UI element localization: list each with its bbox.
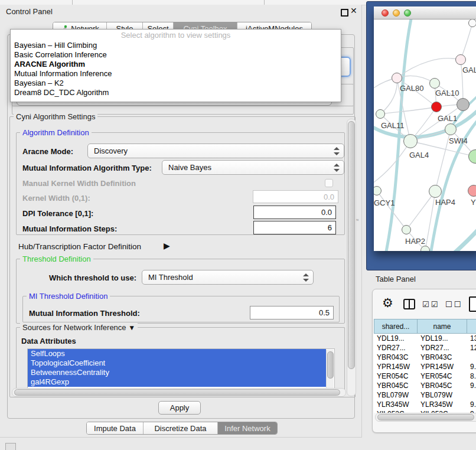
network-node-swi4[interactable] [445, 123, 457, 135]
algorithm-option[interactable]: Basic Correlation Inference [11, 50, 341, 60]
network-edge[interactable] [380, 78, 397, 114]
top-strip-divider [72, 0, 73, 5]
column-header[interactable]: shared... [374, 319, 418, 334]
data-attribute-item[interactable]: TopologicalCoefficient [28, 358, 326, 368]
network-node-hap4[interactable] [429, 185, 442, 198]
settings-gear-icon[interactable]: ⚙ [382, 296, 393, 310]
network-node[interactable] [420, 246, 430, 251]
control-panel-title: Control Panel [6, 7, 53, 16]
select-all-icon[interactable]: ☑☑ [422, 300, 439, 309]
node-label: GAL10 [435, 89, 459, 97]
mi-type-combo[interactable]: Naive Bayes [162, 160, 344, 175]
close-traffic-light[interactable] [382, 9, 389, 17]
network-edge[interactable] [397, 58, 461, 78]
data-attribute-item[interactable]: gal4RGexp [28, 377, 326, 387]
manual-kernel-checkbox[interactable] [325, 179, 333, 187]
mi-type-value: Naive Bayes [168, 163, 211, 172]
network-node-hap2[interactable] [402, 225, 411, 234]
algorithm-option[interactable]: Dream8 DC_TDC Algorithm [11, 88, 341, 97]
algorithm-option[interactable]: Bayesian – Hill Climbing [11, 41, 341, 50]
network-node-gal11[interactable] [376, 109, 385, 119]
mi-type-label: Mutual Information Algorithm Type: [22, 164, 152, 172]
collapse-arrow-icon[interactable]: ▼ [128, 324, 135, 332]
float-window-icon[interactable] [341, 9, 348, 17]
table-cell: YLR345W [374, 400, 418, 409]
tab-discretize-data[interactable]: Discretize Data [144, 422, 218, 434]
apply-button[interactable]: Apply [158, 401, 201, 415]
network-node[interactable] [457, 98, 470, 111]
table-cell: YLR345W [418, 400, 467, 409]
tab-infer-network[interactable]: Infer Network [218, 422, 277, 434]
table-row[interactable]: YBL079WYBL079W [374, 390, 476, 400]
network-edge[interactable] [374, 141, 410, 185]
data-attribute-item[interactable]: SelfLoops [28, 349, 326, 358]
network-node-gal[interactable] [455, 54, 466, 65]
settings-hscroll-thumb[interactable] [14, 389, 340, 396]
deselect-all-icon[interactable]: ☐☐ [445, 300, 462, 309]
mi-steps-field[interactable]: 6 [253, 221, 336, 234]
mi-threshold-field[interactable]: 0.5 [250, 306, 334, 319]
network-edge[interactable] [435, 227, 476, 251]
node-label: Y [471, 198, 476, 207]
zoom-traffic-light[interactable] [404, 9, 411, 17]
algorithm-option[interactable]: Bayesian – K2 [11, 79, 341, 88]
table-horizontal-scrollbar[interactable] [375, 413, 476, 422]
table-row[interactable]: YBR045CYBR045C9. [374, 381, 476, 390]
table-body: YDL19...YDL19...13YDR27...YDR27...12YBR0… [374, 334, 476, 413]
network-node-gal4[interactable] [403, 134, 418, 148]
network-node-gal1[interactable] [431, 102, 442, 112]
network-edge[interactable] [380, 107, 436, 114]
kernel-width-field[interactable]: 0.0 [253, 190, 338, 203]
minimize-traffic-light[interactable] [393, 9, 400, 17]
aracne-mode-combo[interactable]: Discovery [87, 144, 344, 158]
export-table-icon[interactable] [469, 296, 476, 312]
table-row[interactable]: YPR145WYPR145W9. [374, 362, 476, 371]
panel-grip-icon[interactable] [5, 443, 16, 450]
sources-group: Sources for Network Inference ▼ Data Att… [16, 327, 345, 395]
table-cell: YDR27... [418, 343, 467, 353]
data-attributes-list[interactable]: SelfLoopsTopologicalCoefficientBetweenne… [27, 348, 335, 390]
algorithm-option[interactable]: Mutual Information Inference [11, 69, 341, 79]
algorithm-option[interactable]: ARACNE Algorithm [11, 60, 341, 69]
network-node-gal10[interactable] [429, 78, 440, 89]
settings-vertical-scrollbar[interactable] [347, 119, 356, 396]
splitter-handle-icon[interactable]: ≈ [356, 217, 358, 223]
settings-horizontal-scrollbar[interactable] [12, 388, 346, 397]
network-canvas[interactable]: GALGAL80GAL10GAL1GAL11SWI4GAL4GCY1HAP4YH… [374, 19, 476, 251]
tab-impute-data[interactable]: Impute Data [87, 422, 144, 434]
expand-arrow-icon[interactable]: ▶ [164, 241, 170, 250]
close-icon[interactable]: ✕ [350, 6, 357, 15]
combo-arrows-icon [334, 164, 340, 172]
network-node-y[interactable] [468, 185, 476, 197]
list-scrollbar[interactable] [326, 350, 334, 389]
table-row[interactable]: YDR27...YDR27...12 [374, 343, 476, 353]
table-row[interactable]: YLR345WYLR345W9. [374, 400, 476, 409]
table-cell: 8. [467, 371, 476, 381]
network-edge[interactable] [406, 191, 435, 230]
column-header[interactable]: name [418, 319, 467, 334]
table-row[interactable]: YBR043CYBR043C [374, 353, 476, 362]
table-cell: 13 [467, 334, 476, 343]
column-header[interactable] [467, 319, 476, 334]
table-cell: YER054C [418, 371, 467, 381]
table-cell: 9. [467, 381, 476, 390]
column-manager-icon[interactable] [403, 299, 415, 309]
network-window: GALGAL80GAL10GAL1GAL11SWI4GAL4GCY1HAP4YH… [374, 6, 476, 251]
table-row[interactable]: YER054CYER054C8. [374, 371, 476, 381]
table-row[interactable]: YDL19...YDL19...13 [374, 334, 476, 343]
list-scrollbar-thumb[interactable] [327, 351, 334, 379]
table-cell: YBL079W [374, 390, 418, 400]
network-window-titlebar[interactable] [374, 6, 476, 19]
table-hscroll-thumb[interactable] [377, 414, 474, 420]
table-cell: YER054C [374, 371, 418, 381]
settings-vscroll-thumb[interactable] [348, 121, 355, 369]
which-threshold-value: MI Threshold [148, 273, 193, 282]
data-attribute-item[interactable]: BetweennessCentrality [28, 368, 326, 377]
network-node[interactable] [468, 19, 476, 27]
network-node-gal80[interactable] [392, 73, 402, 83]
hub-section-label[interactable]: Hub/Transcription Factor Definition [18, 242, 141, 251]
table-cell: YDL19... [418, 334, 467, 343]
which-threshold-combo[interactable]: MI Threshold [142, 270, 314, 285]
screen: Control Panel ✕ NetworkStyleSelectCyni T… [0, 0, 476, 450]
dpi-tolerance-field[interactable]: 0.0 [253, 206, 336, 219]
